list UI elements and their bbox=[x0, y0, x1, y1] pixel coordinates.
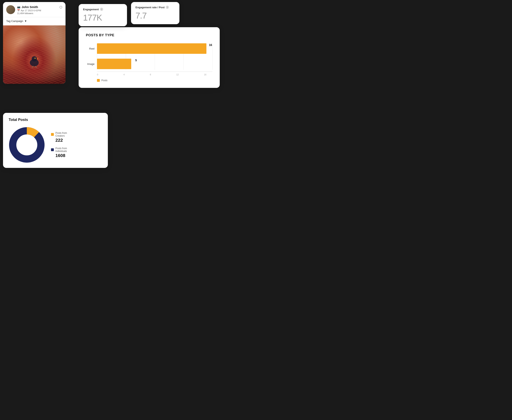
svg-point-4 bbox=[35, 58, 36, 59]
bird-svg bbox=[26, 54, 42, 68]
creators-legend-value: 222 bbox=[55, 138, 67, 143]
creators-legend-label: Posts fromCreators bbox=[55, 132, 67, 137]
profile-name-row: 📷 John Smith bbox=[17, 5, 41, 9]
external-link-icon[interactable]: ⬡ bbox=[60, 5, 62, 9]
image-bar-fill: 5 bbox=[97, 59, 131, 69]
creators-color-dot bbox=[51, 133, 54, 136]
image-bar-value: 5 bbox=[135, 59, 137, 62]
engagement-info-icon[interactable]: i bbox=[100, 8, 103, 11]
profile-header: 📷 John Smith 📅 Apr 17 2023 6:42PM 11,404… bbox=[3, 2, 66, 17]
post-image bbox=[3, 25, 66, 84]
donut-svg bbox=[9, 127, 45, 163]
total-posts-content: Posts fromCreators 222 Posts fromIndivid… bbox=[9, 127, 102, 163]
reel-bar-fill: 16 bbox=[97, 43, 206, 54]
total-posts-title: Total Posts bbox=[9, 118, 102, 122]
total-posts-card: Total Posts Posts fromCreators bbox=[3, 113, 108, 168]
profile-date: 📅 Apr 17 2023 6:42PM bbox=[17, 9, 41, 12]
engagement-rate-label: Engagement rate / Post i bbox=[136, 6, 175, 9]
instagram-icon: 📷 bbox=[17, 5, 20, 8]
tag-campaign-button[interactable]: Tag Campaign ▼ bbox=[6, 20, 62, 22]
svg-line-6 bbox=[35, 66, 37, 68]
donut-chart bbox=[9, 127, 45, 163]
individuals-legend-item: Posts fromIndividuals 1608 bbox=[51, 147, 67, 158]
posts-by-type-title: POSTS BY TYPE bbox=[86, 33, 212, 37]
x-label-4: 4 bbox=[123, 73, 125, 76]
calendar-icon: 📅 bbox=[17, 9, 20, 12]
legend-section: Posts fromCreators 222 Posts fromIndivid… bbox=[51, 132, 67, 158]
x-label-16: 16 bbox=[204, 73, 206, 76]
profile-divider bbox=[3, 17, 66, 17]
engagement-value: 177K bbox=[83, 13, 123, 22]
svg-point-9 bbox=[18, 136, 35, 153]
x-label-0: 0 bbox=[97, 73, 98, 76]
profile-card: 📷 John Smith 📅 Apr 17 2023 6:42PM 11,404… bbox=[3, 2, 66, 84]
engagement-label: Engagement i bbox=[83, 8, 123, 11]
svg-line-5 bbox=[32, 66, 33, 68]
engagement-rate-card: Engagement rate / Post i 7.7 bbox=[131, 2, 179, 24]
creators-legend-header: Posts fromCreators bbox=[51, 132, 67, 137]
post-image-background bbox=[3, 25, 66, 84]
engagement-card: Engagement i 177K bbox=[79, 4, 127, 26]
x-label-12: 12 bbox=[176, 73, 179, 76]
profile-info: 📷 John Smith 📅 Apr 17 2023 6:42PM 11,404… bbox=[6, 5, 41, 15]
individuals-legend-value: 1608 bbox=[55, 153, 67, 158]
avatar bbox=[6, 5, 15, 14]
profile-name: John Smith bbox=[22, 5, 38, 9]
svg-marker-2 bbox=[37, 58, 39, 59]
individuals-legend-label: Posts fromIndividuals bbox=[55, 147, 67, 153]
image-bar-track: 5 bbox=[97, 59, 212, 69]
x-label-8: 8 bbox=[150, 73, 151, 76]
individuals-color-dot bbox=[51, 148, 54, 151]
profile-details: 📷 John Smith 📅 Apr 17 2023 6:42PM 11,404… bbox=[17, 5, 41, 15]
bar-label-reel: Reel bbox=[86, 43, 97, 54]
posts-legend-color bbox=[97, 79, 100, 82]
reel-bar-track: 16 bbox=[97, 43, 212, 54]
dropdown-icon: ▼ bbox=[24, 20, 27, 22]
profile-followers: 11,404 followers bbox=[17, 12, 41, 15]
individuals-legend-header: Posts fromIndividuals bbox=[51, 147, 67, 153]
posts-legend-label: Posts bbox=[101, 79, 107, 82]
engagement-rate-info-icon[interactable]: i bbox=[166, 6, 169, 9]
reel-bar-value: 16 bbox=[209, 43, 212, 46]
creators-legend-item: Posts fromCreators 222 bbox=[51, 132, 67, 143]
svg-point-1 bbox=[32, 56, 37, 61]
engagement-rate-value: 7.7 bbox=[136, 11, 175, 21]
bar-label-image: Image bbox=[86, 59, 97, 69]
posts-by-type-card: POSTS BY TYPE Reel Image 16 bbox=[79, 27, 220, 88]
